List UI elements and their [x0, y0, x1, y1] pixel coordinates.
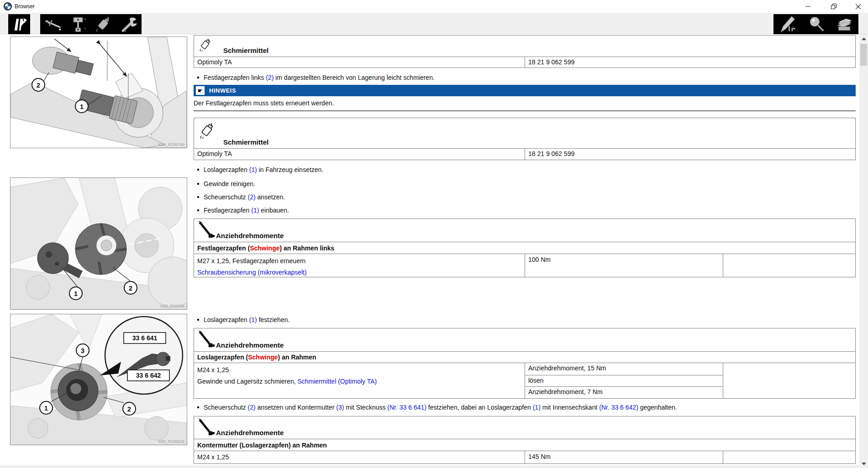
caliper-measure-icon[interactable] [42, 15, 63, 33]
figure-bearing-journal-drawing: 2 1 K50_R33074b [10, 36, 187, 148]
piston-icon[interactable] [68, 15, 89, 33]
inline-link[interactable]: (1) [251, 207, 259, 214]
torque-value: Anziehdrehmoment, 7 Nm [525, 386, 723, 398]
step-text: Loslagerzapfen (1) in Fahrzeug einsetzen… [204, 166, 323, 174]
table-title: Anziehdrehmomente [212, 341, 284, 349]
lubricant-table-1: Schmiermittel Optimoly TA 18 21 9 062 59… [194, 35, 856, 68]
highlight-text: Schwinge [248, 354, 278, 361]
torque-subject: Loslagerzapfen (Schwinge) an Rahmen [194, 352, 855, 363]
figure-caption: K50_R3306b [160, 304, 184, 308]
inline-link[interactable]: (2) [248, 193, 256, 201]
inline-link[interactable]: (1) [249, 316, 257, 323]
step-text: Festlagerzapfen (1) einbauen. [204, 207, 289, 214]
torque-empty-cell [723, 363, 855, 398]
torque-table-fixed-journal: Anziehdrehmomente Festlagerzapfen (Schwi… [194, 218, 856, 277]
callout-2: 2 [124, 281, 137, 295]
window-titlebar: Browser [0, 0, 868, 13]
vertical-scrollbar[interactable] [859, 34, 868, 468]
search-magnifier-icon[interactable] [805, 15, 826, 33]
grease-bottle-icon [198, 37, 213, 54]
instruction-step: Festlagerzapfen links (2) im dargestellt… [197, 74, 850, 82]
grease-bottle-icon [198, 121, 217, 142]
torque-empty-cell [723, 451, 855, 463]
torque-spec: M24 x 1,25 Gewinde und Lagersitz schmier… [194, 363, 525, 398]
instruction-step: Scheuerschutz (2) ansetzen und Kontermut… [197, 404, 850, 411]
scroll-up-button[interactable] [859, 34, 868, 43]
svg-text:33 6 642: 33 6 642 [136, 372, 161, 379]
instruction-step: Scheuerschutz (2) ansetzen. [197, 193, 850, 201]
lubricant-part-number: 18 21 9 062 599 [525, 149, 855, 160]
figure-locknut-tools-photo: 33 6 641 33 6 642 3 1 2 K50_R33051b [10, 314, 187, 445]
callout-1: 1 [39, 401, 53, 415]
scrollbar-thumb[interactable] [860, 44, 867, 66]
wrench-icon[interactable] [118, 15, 139, 33]
minimize-button[interactable] [797, 0, 818, 13]
callout-1: 1 [75, 99, 89, 113]
inline-link[interactable]: Schraubensicherung (mikroverkapselt) [197, 269, 307, 276]
torque-value: lösen [525, 375, 723, 386]
restore-button[interactable] [823, 0, 844, 13]
pointing-hand-icon [196, 86, 205, 95]
torque-value: 145 Nm [525, 451, 723, 463]
step-text: Scheuerschutz (2) ansetzen und Kontermut… [204, 404, 677, 411]
lubricant-table-2: Schmiermittel Optimoly TA 18 21 9 062 59… [194, 118, 856, 160]
horizontal-scrollbar-track[interactable] [0, 465, 859, 468]
table-title: Anziehdrehmomente [212, 429, 284, 437]
svg-text:33 6 641: 33 6 641 [132, 334, 158, 342]
bullet-dot [197, 196, 199, 198]
bullet-dot [197, 209, 199, 211]
highlight-text: Schwinge [250, 244, 279, 252]
torque-empty-cell [723, 254, 855, 277]
inline-link[interactable]: (1) [533, 404, 541, 411]
torque-spec: M24 x 1,25 [194, 451, 525, 463]
step-text: Loslagerzapfen (1) festziehen. [204, 316, 289, 324]
app-window: Browser [0, 0, 868, 468]
torque-value-stack: Anziehdrehmoment, 15 Nm lösen Anziehdreh… [525, 363, 723, 398]
figure-loose-bearing-journal-photo: 1 2 K50_R3306b [10, 177, 187, 310]
lubricant-name: Optimoly TA [194, 57, 525, 68]
close-button[interactable] [848, 0, 868, 13]
bmw-logo-icon [4, 2, 12, 10]
chevron-up-icon [862, 37, 866, 40]
bullet-dot [197, 406, 199, 408]
instruction-step: Festlagerzapfen (1) einbauen. [197, 207, 850, 214]
table-title: Schmiermittel [223, 47, 268, 54]
hinweis-banner: HINWEIS [194, 85, 856, 96]
step-text: Scheuerschutz (2) ansetzen. [204, 193, 285, 201]
torque-value: 100 Nm [525, 254, 723, 277]
route-navigation-icon[interactable] [9, 15, 30, 33]
torque-subject: Kontermutter (Loslagerzapfen) an Rahmen [194, 439, 855, 451]
hinweis-text: Der Festlagerzapfen muss stets erneuert … [194, 99, 856, 107]
inline-link[interactable]: (2) [248, 404, 256, 411]
window-title: Browser [15, 0, 35, 13]
inline-link[interactable]: (2) [266, 74, 274, 81]
instruction-step: Loslagerzapfen (1) in Fahrzeug einsetzen… [197, 166, 850, 174]
inline-link[interactable]: Schmiermittel (Optimoly TA) [297, 378, 377, 385]
inline-link[interactable]: (Nr. 33 6 641) [387, 404, 426, 411]
callout-1: 1 [69, 286, 83, 300]
figure-caption: K50_R33051b [158, 439, 184, 444]
callout-3: 3 [76, 343, 89, 357]
instruction-step: Gewinde reinigen. [197, 180, 850, 188]
torque-table-locknut: Anziehdrehmomente Kontermutter (Loslager… [194, 416, 856, 464]
callout-2: 2 [122, 402, 136, 416]
step-text: Gewinde reinigen. [204, 180, 255, 188]
inline-link[interactable]: (1) [249, 166, 257, 173]
figure-caption: K50_R33074b [158, 142, 184, 147]
bullet-dot [197, 169, 199, 171]
measure-draw-icon[interactable] [777, 15, 798, 33]
bullet-dot [197, 77, 199, 78]
scroll-down-button[interactable] [859, 459, 868, 468]
lubricant-part-number: 18 21 9 062 599 [525, 57, 855, 68]
section-divider [194, 110, 856, 111]
inline-link[interactable]: (Nr. 33 6 642) [599, 404, 638, 411]
grease-bottle-icon[interactable] [93, 15, 114, 33]
chevron-down-icon [862, 463, 866, 465]
bullet-dot [197, 319, 199, 321]
callout-2: 2 [32, 78, 45, 92]
hinweis-label: HINWEIS [209, 87, 236, 94]
lubricant-name: Optimoly TA [194, 149, 525, 160]
bullet-dot [197, 183, 199, 185]
inline-link[interactable]: (3) [336, 404, 344, 411]
printer-icon[interactable] [834, 15, 855, 33]
